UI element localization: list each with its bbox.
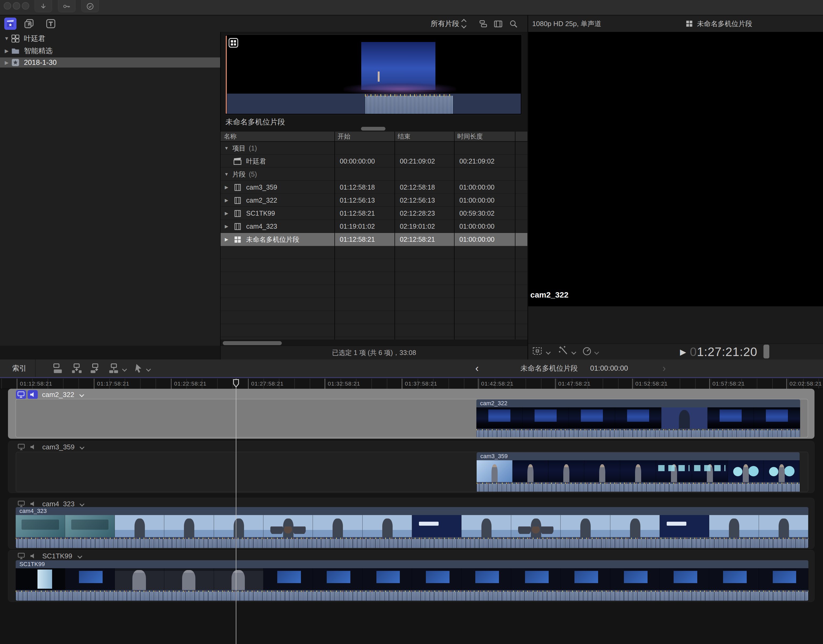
disclosure-triangle-icon[interactable]: ▶ xyxy=(221,184,232,190)
timeline-ruler[interactable]: 01:12:58:21 01:17:58:21 01:22:58:21 01:2… xyxy=(0,379,823,389)
window-zoom-button[interactable] xyxy=(22,2,29,9)
chevron-down-icon[interactable] xyxy=(122,366,127,371)
disclosure-triangle-icon[interactable]: ▼ xyxy=(221,172,232,177)
start-time: 01:12:58:21 xyxy=(334,210,394,217)
connect-edit-button[interactable] xyxy=(52,363,64,374)
disclosure-triangle-icon[interactable]: ▶ xyxy=(221,211,232,216)
angle-name[interactable]: cam4_323 xyxy=(42,500,74,508)
media-sidebar-icon[interactable] xyxy=(4,18,17,30)
video-monitor-toggle[interactable] xyxy=(16,552,26,561)
filmstrip-clip-icon xyxy=(232,210,243,218)
table-row-group-clips[interactable]: ▼ 片段 (5) xyxy=(221,168,527,181)
duration: 01:00:00:00 xyxy=(454,184,515,191)
audio-monitor-toggle[interactable] xyxy=(28,442,38,451)
preview-resize-handle[interactable] xyxy=(361,127,385,130)
enhancements-button[interactable] xyxy=(558,346,569,356)
disclosure-triangle-icon[interactable]: ▼ xyxy=(3,35,11,41)
chevron-down-icon[interactable] xyxy=(77,554,82,558)
table-row-clip[interactable]: ▶ SC1TK99 01:12:58:21 02:12:28:23 00:59:… xyxy=(221,207,527,220)
photos-music-icon xyxy=(24,18,34,29)
window-close-button[interactable] xyxy=(4,2,11,9)
titles-generators-sidebar-icon[interactable] xyxy=(44,18,57,30)
table-row-multicam-selected[interactable]: ▶ 未命名多机位片段 01:12:58:21 02:12:58:21 01:00… xyxy=(221,233,527,246)
table-row-clip[interactable]: ▶ cam3_359 01:12:58:18 02:12:58:18 01:00… xyxy=(221,181,527,194)
updown-chevron-icon xyxy=(462,20,466,28)
disclosure-triangle-icon[interactable]: ▶ xyxy=(3,48,11,54)
append-edit-button[interactable] xyxy=(89,363,101,374)
angle-name[interactable]: cam2_322 xyxy=(42,391,74,399)
angle-name[interactable]: cam3_359 xyxy=(42,443,74,451)
angle-lane[interactable]: cam2_322 xyxy=(15,399,808,438)
angle-lane[interactable]: cam3_359 xyxy=(16,452,808,492)
chevron-down-icon[interactable] xyxy=(80,392,84,397)
titlebar xyxy=(0,0,823,15)
end-time: 02:12:58:21 xyxy=(394,236,454,243)
angle-track-header: cam3_359 xyxy=(16,442,84,451)
video-monitor-toggle[interactable] xyxy=(16,390,26,399)
keyword-editor-button[interactable] xyxy=(58,0,75,12)
import-media-button[interactable] xyxy=(35,0,52,12)
background-tasks-button[interactable] xyxy=(81,0,99,12)
search-button[interactable] xyxy=(509,19,518,29)
viewer-lower-area xyxy=(528,306,823,343)
media-toolbar: 所有片段 1080p HD 25p, 单声道 xyxy=(0,15,823,32)
viewer-video-area[interactable]: cam2_322 xyxy=(528,32,823,306)
column-start[interactable]: 开始 xyxy=(334,132,394,141)
window-minimize-button[interactable] xyxy=(13,2,20,9)
trim-tools-button[interactable] xyxy=(532,346,543,356)
clip-cam4-323[interactable]: cam4_323 xyxy=(16,507,808,548)
sidebar-item-event-2018-1-30[interactable]: ▶ 2018-1-30 xyxy=(0,57,220,67)
chevron-down-icon[interactable] xyxy=(80,445,84,449)
viewer-scrollbar-thumb[interactable] xyxy=(763,345,769,359)
range-start-marker[interactable] xyxy=(226,35,227,114)
clip-sc1tk99[interactable]: SC1TK99 xyxy=(16,560,808,601)
viewer-clip-title-group: 未命名多机位片段 xyxy=(685,15,752,32)
overwrite-edit-button[interactable] xyxy=(108,363,120,374)
insert-edit-button[interactable] xyxy=(71,363,83,374)
index-button[interactable]: 索引 xyxy=(12,359,27,377)
column-divider[interactable] xyxy=(454,132,455,340)
column-divider[interactable] xyxy=(394,132,395,340)
table-row-group-projects[interactable]: ▼ 项目 (1) xyxy=(221,142,527,155)
timeline-clip-name[interactable]: 未命名多机位片段 xyxy=(521,363,578,373)
column-name[interactable]: 名称 xyxy=(221,132,334,141)
clip-filmstrip xyxy=(16,515,808,537)
playhead[interactable] xyxy=(236,379,236,644)
column-end[interactable]: 结束 xyxy=(394,132,454,141)
timeline-history-back[interactable]: ‹ xyxy=(475,359,479,377)
chevron-down-icon[interactable] xyxy=(80,501,84,506)
clip-title: cam4_323 xyxy=(16,507,808,515)
play-icon[interactable]: ▶ xyxy=(680,347,686,357)
clip-appearance-button[interactable] xyxy=(478,19,488,29)
retime-button[interactable] xyxy=(582,346,592,356)
angle-name[interactable]: SC1TK99 xyxy=(42,552,72,560)
disclosure-triangle-icon[interactable]: ▶ xyxy=(221,198,232,203)
disclosure-triangle-icon[interactable]: ▼ xyxy=(221,146,232,151)
tool-select-button[interactable] xyxy=(133,363,146,374)
sidebar-item-smart-collections[interactable]: ▶ 智能精选 xyxy=(0,46,220,56)
audio-monitor-toggle[interactable] xyxy=(28,552,38,561)
table-row-clip[interactable]: ▶ cam4_323 01:19:01:02 02:19:01:02 01:00… xyxy=(221,220,527,233)
timeline-history-forward[interactable]: › xyxy=(662,359,666,377)
table-row-clip[interactable]: ▶ cam2_322 01:12:56:13 02:12:56:13 01:00… xyxy=(221,194,527,207)
browser-filter-dropdown[interactable]: 所有片段 xyxy=(431,15,466,32)
trim-range-icon xyxy=(532,346,543,356)
column-duration[interactable]: 时间长度 xyxy=(454,132,515,141)
column-divider[interactable] xyxy=(515,132,515,340)
disclosure-triangle-icon[interactable]: ▶ xyxy=(3,60,11,66)
video-monitor-toggle[interactable] xyxy=(16,442,26,451)
clip-cam2-322[interactable]: cam2_322 xyxy=(477,399,800,438)
browser-filmstrip-preview[interactable] xyxy=(225,35,522,115)
audio-monitor-toggle[interactable] xyxy=(28,390,38,399)
disclosure-triangle-icon[interactable]: ▶ xyxy=(221,224,232,229)
filmstrip-view-button[interactable] xyxy=(493,19,503,29)
keyword-star-icon xyxy=(11,58,20,67)
chevron-down-icon[interactable] xyxy=(146,366,151,371)
sidebar-item-library[interactable]: ▼ 叶廷君 xyxy=(0,34,220,44)
table-row-project[interactable]: 叶廷君 00:00:00:00 00:21:09:02 00:21:09:02 xyxy=(221,155,527,168)
browser-horizontal-scrollbar[interactable] xyxy=(223,341,282,345)
disclosure-triangle-icon[interactable]: ▶ xyxy=(221,237,232,242)
column-divider[interactable] xyxy=(334,132,335,340)
clip-cam3-359[interactable]: cam3_359 xyxy=(477,452,800,492)
photos-audio-sidebar-icon[interactable] xyxy=(23,18,35,30)
